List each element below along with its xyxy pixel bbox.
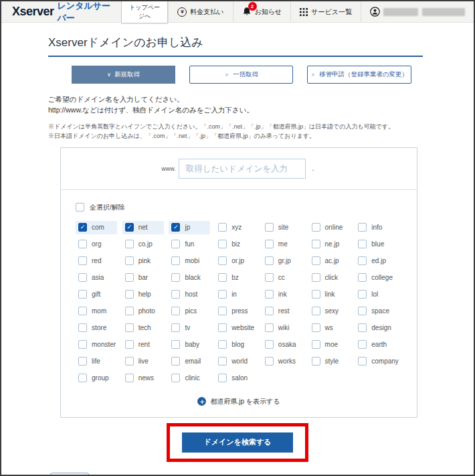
tld-checkbox-photo[interactable]: photo — [122, 305, 164, 318]
tld-checkbox-tv[interactable]: tv — [169, 321, 210, 335]
checkbox-icon — [218, 273, 227, 282]
tld-checkbox-design[interactable]: design — [355, 321, 397, 335]
tld-checkbox-online[interactable]: online — [309, 221, 351, 234]
tld-checkbox-wiki[interactable]: wiki — [262, 321, 304, 335]
tld-checkbox-baby[interactable]: baby — [169, 338, 210, 351]
tld-label: press — [231, 307, 248, 315]
tld-checkbox-salon[interactable]: salon — [215, 372, 257, 385]
tld-checkbox-style[interactable]: style — [309, 355, 351, 368]
tld-checkbox-host[interactable]: host — [169, 288, 210, 301]
tld-checkbox-or.jp[interactable]: or.jp — [215, 254, 257, 268]
tld-checkbox-world[interactable]: world — [215, 355, 257, 368]
tld-checkbox-me[interactable]: me — [262, 238, 304, 251]
tab-new-registration[interactable]: ∨ 新規取得 — [72, 66, 175, 84]
menu-item-services[interactable]: サービス一覧 — [290, 1, 361, 22]
tld-checkbox-cc[interactable]: cc — [262, 271, 304, 285]
tld-checkbox-ed.jp[interactable]: ed.jp — [355, 254, 397, 268]
tld-checkbox-college[interactable]: college — [355, 271, 397, 285]
menu-item-news[interactable]: 2 お知らせ — [233, 1, 291, 22]
tab-bulk-registration[interactable]: ＞ 一括取得 — [189, 66, 293, 84]
tld-checkbox-in[interactable]: in — [215, 288, 257, 301]
tld-checkbox-org[interactable]: org — [76, 238, 117, 251]
tld-label: website — [231, 324, 254, 331]
tab-transfer-application[interactable]: ＞ 移管申請（登録事業者の変更） — [307, 66, 411, 84]
tld-checkbox-bz[interactable]: bz — [215, 271, 257, 285]
tld-checkbox-moe[interactable]: moe — [309, 338, 351, 351]
tld-label: com — [92, 224, 104, 231]
tld-checkbox-group[interactable]: group — [76, 372, 117, 385]
tld-checkbox-link[interactable]: link — [309, 288, 351, 301]
tld-checkbox-website[interactable]: website — [215, 321, 257, 335]
tld-checkbox-bar[interactable]: bar — [122, 271, 164, 285]
tld-checkbox-mobi[interactable]: mobi — [169, 254, 210, 268]
checkbox-icon — [218, 256, 227, 265]
tld-checkbox-tech[interactable]: tech — [122, 321, 164, 335]
top-page-button[interactable]: トップページへ — [121, 1, 169, 23]
domain-input[interactable] — [179, 159, 306, 179]
tld-checkbox-clinic[interactable]: clinic — [169, 372, 210, 385]
tld-checkbox-rest[interactable]: rest — [262, 305, 304, 318]
select-all-checkbox[interactable]: 全選択/解除 — [76, 203, 125, 212]
tld-checkbox-click[interactable]: click — [309, 271, 351, 285]
tld-checkbox-life[interactable]: life — [76, 355, 117, 368]
tld-checkbox-blog[interactable]: blog — [215, 338, 257, 351]
tld-checkbox-live[interactable]: live — [122, 355, 164, 368]
tld-checkbox-earth[interactable]: earth — [355, 338, 397, 351]
back-button[interactable]: ＜ 戻る — [50, 473, 89, 476]
page-title: Xserverドメインのお申し込み — [48, 35, 423, 50]
tld-checkbox-jp[interactable]: ✓jp — [169, 221, 210, 234]
tld-checkbox-lol[interactable]: lol — [355, 288, 397, 301]
tld-checkbox-email[interactable]: email — [169, 355, 210, 368]
tld-checkbox-sexy[interactable]: sexy — [309, 305, 351, 318]
tld-checkbox-help[interactable]: help — [122, 288, 164, 301]
tld-checkbox-xyz[interactable]: xyz — [215, 221, 257, 234]
note-line: ※ドメインは半角英数字とハイフンでご入力ください。「.com」「.net」「.j… — [48, 122, 474, 131]
checkbox-icon — [171, 290, 180, 299]
tab-label: 一括取得 — [233, 70, 258, 79]
menu-item-payment[interactable]: ¥ 料金支払い — [168, 1, 232, 22]
tld-checkbox-fun[interactable]: fun — [169, 238, 210, 251]
tld-checkbox-space[interactable]: space — [355, 305, 397, 318]
tld-checkbox-news[interactable]: news — [122, 372, 164, 385]
tld-label: ink — [278, 291, 287, 298]
tld-checkbox-ne.jp[interactable]: ne.jp — [309, 238, 351, 251]
checkbox-icon — [312, 256, 320, 265]
prefecture-link-label: 都道府県.jp を表示する — [210, 397, 280, 406]
tld-checkbox-ac.jp[interactable]: ac.jp — [309, 254, 351, 268]
tld-checkbox-gift[interactable]: gift — [76, 288, 117, 301]
tld-checkbox-pink[interactable]: pink — [122, 254, 164, 268]
tld-checkbox-site[interactable]: site — [262, 221, 304, 234]
logo[interactable]: Xserver レンタルサーバー トップページへ — [1, 1, 168, 22]
tld-checkbox-store[interactable]: store — [76, 321, 117, 335]
tld-checkbox-pics[interactable]: pics — [169, 305, 210, 318]
tld-checkbox-ws[interactable]: ws — [309, 321, 351, 335]
tld-checkbox-info[interactable]: info — [355, 221, 397, 234]
tld-checkbox-red[interactable]: red — [76, 254, 117, 268]
tld-checkbox-works[interactable]: works — [262, 355, 304, 368]
notification-badge: 2 — [248, 2, 257, 11]
tld-label: osaka — [278, 341, 296, 348]
tld-checkbox-asia[interactable]: asia — [76, 271, 117, 285]
show-prefecture-jp-link[interactable]: ＋ 都道府県.jp を表示する — [197, 397, 280, 406]
tab-label: 新規取得 — [114, 70, 140, 79]
tld-checkbox-ink[interactable]: ink — [262, 288, 304, 301]
tld-checkbox-gr.jp[interactable]: gr.jp — [262, 254, 304, 268]
tld-checkbox-press[interactable]: press — [215, 305, 257, 318]
checkbox-icon — [125, 307, 134, 315]
tld-checkbox-com[interactable]: ✓com — [76, 221, 117, 234]
tld-grid: ✓com✓net✓jpxyzsiteonlineinfoorgco.jpfunb… — [76, 221, 402, 385]
menu-item-account[interactable] — [361, 1, 474, 22]
tld-checkbox-company[interactable]: company — [355, 355, 397, 368]
tld-checkbox-osaka[interactable]: osaka — [262, 338, 304, 351]
tld-checkbox-rent[interactable]: rent — [122, 338, 164, 351]
tld-checkbox-monster[interactable]: monster — [76, 338, 117, 351]
tld-checkbox-mom[interactable]: mom — [76, 305, 117, 318]
checkbox-icon — [265, 223, 274, 232]
checkbox-icon — [265, 290, 274, 299]
tld-checkbox-blue[interactable]: blue — [355, 238, 397, 251]
tld-checkbox-black[interactable]: black — [169, 271, 210, 285]
tld-checkbox-net[interactable]: ✓net — [122, 221, 164, 234]
search-domain-button[interactable]: ドメインを検索する — [182, 432, 293, 453]
tld-checkbox-co.jp[interactable]: co.jp — [122, 238, 164, 251]
tld-checkbox-biz[interactable]: biz — [215, 238, 257, 251]
